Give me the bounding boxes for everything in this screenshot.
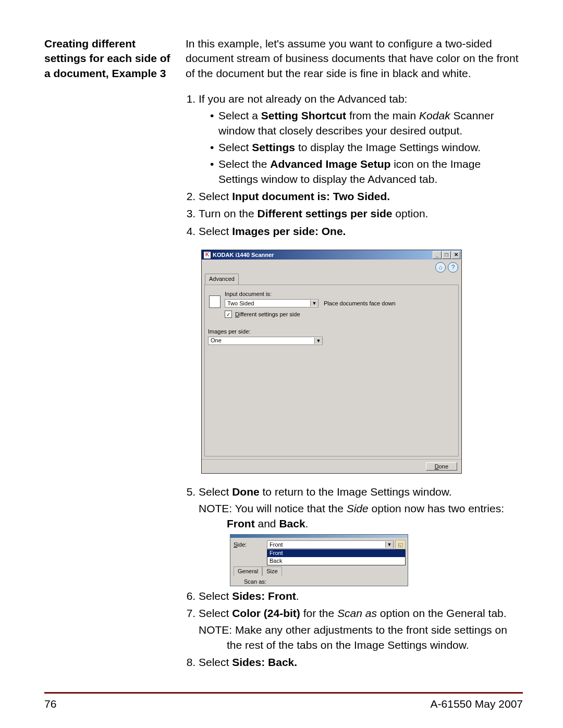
step-1: If you are not already on the Advanced t… (199, 92, 523, 187)
chevron-down-icon: ▼ (310, 300, 318, 306)
help-icon[interactable]: ? (448, 262, 458, 273)
step1-bullet3: Select the Advanced Image Setup icon on … (210, 157, 523, 187)
step-5: Select Done to return to the Image Setti… (199, 485, 523, 586)
step-3: Turn on the Different settings per side … (199, 206, 523, 221)
document-icon (209, 295, 221, 308)
side-dropdown-window: Side: Front ▼ ◱ (230, 534, 408, 586)
images-per-side-label: Images per side: (208, 328, 453, 336)
side-label: Side: (234, 540, 262, 549)
doc-id-date: A-61550 May 2007 (431, 698, 523, 710)
preview-icon[interactable]: ◱ (395, 540, 406, 549)
step-2: Select Input document is: Two Sided. (199, 189, 523, 204)
input-document-select[interactable]: Two Sided ▼ (225, 299, 319, 307)
intro-text: In this example, let's assume you want t… (186, 36, 523, 81)
input-document-label: Input document is: (225, 290, 453, 298)
place-documents-note: Place documents face down (324, 300, 396, 307)
home-icon[interactable]: ⌂ (435, 262, 446, 273)
note-side-entries: NOTE: You will notice that the Side opti… (199, 501, 523, 531)
different-settings-checkbox[interactable]: ✓ (225, 311, 232, 318)
minimize-button[interactable]: _ (433, 251, 442, 259)
step-8: Select Sides: Back. (199, 655, 523, 670)
page-number: 76 (44, 698, 56, 710)
side-option-back[interactable]: Back (267, 557, 405, 565)
window-title: KODAK i1440 Scanner (213, 251, 432, 259)
maximize-button[interactable]: □ (442, 251, 451, 259)
scan-as-label: Scan as: (244, 578, 406, 586)
step-7: Select Color (24-bit) for the Scan as op… (199, 606, 523, 652)
images-per-side-select[interactable]: One ▼ (208, 337, 323, 345)
side-dropdown-list: Front Back (267, 549, 406, 565)
tab-size[interactable]: Size (262, 566, 282, 576)
step-list-cont: Select Done to return to the Image Setti… (186, 485, 523, 670)
scanner-window: K KODAK i1440 Scanner _ □ ✕ ⌂ ? Advanced (201, 250, 462, 474)
window-titlebar: K KODAK i1440 Scanner _ □ ✕ (202, 250, 461, 260)
step1-bullet2: Select Settings to display the Image Set… (210, 140, 523, 155)
chevron-down-icon: ▼ (314, 338, 322, 344)
step1-bullet1: Select a Setting Shortcut from the main … (210, 108, 523, 138)
note-front-adjust: NOTE: Make any other adjustments to the … (199, 623, 523, 652)
step-list: If you are not already on the Advanced t… (186, 92, 523, 239)
close-button[interactable]: ✕ (451, 251, 460, 259)
step-6: Select Sides: Front. (199, 589, 523, 603)
section-heading: Creating different settings for each sid… (44, 36, 171, 81)
chevron-down-icon: ▼ (385, 541, 393, 548)
step-4: Select Images per side: One. (199, 224, 523, 239)
app-icon: K (204, 252, 211, 258)
tab-general[interactable]: General (234, 566, 262, 576)
side-option-front[interactable]: Front (267, 549, 405, 557)
done-button[interactable]: Done (426, 462, 457, 471)
tab-advanced[interactable]: Advanced (205, 274, 239, 285)
different-settings-label: DDifferent settings per sideifferent set… (235, 311, 300, 318)
footer-rule (44, 692, 523, 694)
side-select[interactable]: Front ▼ (267, 540, 394, 549)
